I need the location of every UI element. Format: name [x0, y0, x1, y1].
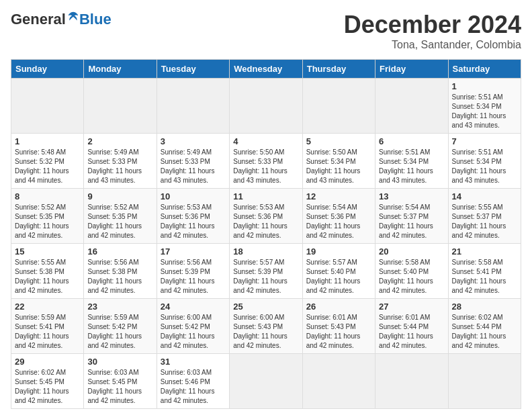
calendar-cell: 27Sunrise: 6:01 AM Sunset: 5:44 PM Dayli…: [375, 299, 448, 354]
day-number: 24: [161, 302, 226, 312]
header-cell-wednesday: Wednesday: [230, 60, 302, 79]
calendar-cell: 9Sunrise: 5:52 AM Sunset: 5:35 PM Daylig…: [84, 189, 157, 244]
calendar-cell: [84, 79, 157, 134]
day-number: 27: [379, 302, 444, 312]
calendar-cell: 20Sunrise: 5:58 AM Sunset: 5:40 PM Dayli…: [375, 244, 448, 299]
calendar-cell: 31Sunrise: 6:03 AM Sunset: 5:46 PM Dayli…: [157, 354, 229, 409]
header-cell-saturday: Saturday: [448, 60, 521, 79]
day-detail: Sunrise: 5:56 AM Sunset: 5:38 PM Dayligh…: [87, 258, 152, 295]
calendar-cell: 13Sunrise: 5:54 AM Sunset: 5:37 PM Dayli…: [375, 189, 448, 244]
week-row-2: 1Sunrise: 5:48 AM Sunset: 5:32 PM Daylig…: [11, 134, 521, 189]
header-cell-thursday: Thursday: [302, 60, 375, 79]
day-number: 31: [161, 357, 226, 367]
calendar-cell: 12Sunrise: 5:54 AM Sunset: 5:36 PM Dayli…: [302, 189, 375, 244]
day-number: 5: [306, 136, 371, 146]
header: General Blue December 2024 Tona, Santand…: [11, 11, 521, 51]
logo-blue: Blue: [79, 11, 112, 28]
week-row-4: 15Sunrise: 5:55 AM Sunset: 5:38 PM Dayli…: [11, 244, 521, 299]
calendar-cell: 7Sunrise: 5:51 AM Sunset: 5:34 PM Daylig…: [448, 134, 521, 189]
week-row-3: 8Sunrise: 5:52 AM Sunset: 5:35 PM Daylig…: [11, 189, 521, 244]
calendar-cell: 24Sunrise: 6:00 AM Sunset: 5:42 PM Dayli…: [157, 299, 229, 354]
day-detail: Sunrise: 6:02 AM Sunset: 5:45 PM Dayligh…: [15, 368, 80, 406]
day-detail: Sunrise: 5:48 AM Sunset: 5:32 PM Dayligh…: [15, 148, 80, 185]
calendar-cell: [375, 79, 448, 134]
calendar-cell: 10Sunrise: 5:53 AM Sunset: 5:36 PM Dayli…: [157, 189, 229, 244]
week-row-1: 1Sunrise: 5:51 AM Sunset: 5:34 PM Daylig…: [11, 79, 521, 134]
day-detail: Sunrise: 6:01 AM Sunset: 5:43 PM Dayligh…: [306, 313, 371, 351]
day-number: 16: [87, 246, 152, 257]
day-number: 25: [233, 302, 298, 312]
calendar-cell: 14Sunrise: 5:55 AM Sunset: 5:37 PM Dayli…: [448, 189, 521, 244]
calendar-cell: 1Sunrise: 5:48 AM Sunset: 5:32 PM Daylig…: [11, 134, 84, 189]
day-number: 18: [233, 246, 298, 257]
calendar-cell: 15Sunrise: 5:55 AM Sunset: 5:38 PM Dayli…: [11, 244, 84, 299]
calendar-cell: 8Sunrise: 5:52 AM Sunset: 5:35 PM Daylig…: [11, 189, 84, 244]
day-detail: Sunrise: 5:54 AM Sunset: 5:36 PM Dayligh…: [306, 203, 371, 240]
week-row-5: 22Sunrise: 5:59 AM Sunset: 5:41 PM Dayli…: [11, 299, 521, 354]
day-number: 13: [379, 191, 444, 201]
day-number: 21: [452, 246, 517, 257]
day-detail: Sunrise: 6:03 AM Sunset: 5:45 PM Dayligh…: [87, 368, 152, 406]
day-detail: Sunrise: 5:59 AM Sunset: 5:42 PM Dayligh…: [87, 313, 152, 351]
calendar-cell: 5Sunrise: 5:50 AM Sunset: 5:34 PM Daylig…: [302, 134, 375, 189]
calendar-cell: 11Sunrise: 5:53 AM Sunset: 5:36 PM Dayli…: [230, 189, 302, 244]
day-number: 1: [15, 136, 80, 146]
calendar-cell: 25Sunrise: 6:00 AM Sunset: 5:43 PM Dayli…: [230, 299, 302, 354]
day-detail: Sunrise: 6:02 AM Sunset: 5:44 PM Dayligh…: [452, 313, 517, 351]
calendar-cell: [230, 354, 302, 409]
day-number: 4: [233, 136, 298, 146]
day-number: 12: [306, 191, 371, 201]
day-number: 9: [87, 191, 152, 201]
logo-bird-icon: [67, 11, 79, 23]
calendar-cell: 3Sunrise: 5:49 AM Sunset: 5:33 PM Daylig…: [157, 134, 229, 189]
day-detail: Sunrise: 5:53 AM Sunset: 5:36 PM Dayligh…: [233, 203, 298, 240]
header-cell-friday: Friday: [375, 60, 448, 79]
day-number: 19: [306, 246, 371, 257]
day-number: 8: [15, 191, 80, 201]
day-detail: Sunrise: 5:57 AM Sunset: 5:39 PM Dayligh…: [233, 258, 298, 295]
day-detail: Sunrise: 5:49 AM Sunset: 5:33 PM Dayligh…: [87, 148, 152, 185]
day-number: 7: [452, 136, 517, 146]
day-detail: Sunrise: 6:00 AM Sunset: 5:42 PM Dayligh…: [161, 313, 226, 351]
calendar-cell: 23Sunrise: 5:59 AM Sunset: 5:42 PM Dayli…: [84, 299, 157, 354]
calendar-cell: 18Sunrise: 5:57 AM Sunset: 5:39 PM Dayli…: [230, 244, 302, 299]
day-detail: Sunrise: 5:53 AM Sunset: 5:36 PM Dayligh…: [161, 203, 226, 240]
day-number: 30: [87, 357, 152, 367]
day-number: 6: [379, 136, 444, 146]
day-detail: Sunrise: 5:52 AM Sunset: 5:35 PM Dayligh…: [87, 203, 152, 240]
day-detail: Sunrise: 5:58 AM Sunset: 5:40 PM Dayligh…: [379, 258, 444, 295]
day-detail: Sunrise: 5:50 AM Sunset: 5:33 PM Dayligh…: [233, 148, 298, 185]
calendar-cell: 4Sunrise: 5:50 AM Sunset: 5:33 PM Daylig…: [230, 134, 302, 189]
calendar-cell: [302, 79, 375, 134]
day-detail: Sunrise: 5:54 AM Sunset: 5:37 PM Dayligh…: [379, 203, 444, 240]
day-detail: Sunrise: 6:00 AM Sunset: 5:43 PM Dayligh…: [233, 313, 298, 351]
day-number: 29: [15, 357, 80, 367]
day-number: 1: [452, 81, 517, 91]
day-number: 11: [233, 191, 298, 201]
calendar-cell: 28Sunrise: 6:02 AM Sunset: 5:44 PM Dayli…: [448, 299, 521, 354]
day-detail: Sunrise: 5:55 AM Sunset: 5:38 PM Dayligh…: [15, 258, 80, 295]
calendar-cell: 16Sunrise: 5:56 AM Sunset: 5:38 PM Dayli…: [84, 244, 157, 299]
week-row-6: 29Sunrise: 6:02 AM Sunset: 5:45 PM Dayli…: [11, 354, 521, 409]
calendar-cell: 29Sunrise: 6:02 AM Sunset: 5:45 PM Dayli…: [11, 354, 84, 409]
day-number: 2: [87, 136, 152, 146]
day-number: 23: [87, 302, 152, 312]
calendar-subtitle: Tona, Santander, Colombia: [344, 39, 521, 51]
day-detail: Sunrise: 5:51 AM Sunset: 5:34 PM Dayligh…: [379, 148, 444, 185]
day-number: 10: [161, 191, 226, 201]
calendar-table: SundayMondayTuesdayWednesdayThursdayFrid…: [11, 59, 521, 409]
calendar-title: December 2024: [344, 11, 521, 39]
calendar-cell: 26Sunrise: 6:01 AM Sunset: 5:43 PM Dayli…: [302, 299, 375, 354]
calendar-cell: 21Sunrise: 5:58 AM Sunset: 5:41 PM Dayli…: [448, 244, 521, 299]
header-cell-sunday: Sunday: [11, 60, 84, 79]
calendar-cell: 1Sunrise: 5:51 AM Sunset: 5:34 PM Daylig…: [448, 79, 521, 134]
calendar-cell: [230, 79, 302, 134]
calendar-cell: [157, 79, 229, 134]
day-detail: Sunrise: 5:50 AM Sunset: 5:34 PM Dayligh…: [306, 148, 371, 185]
calendar-cell: 22Sunrise: 5:59 AM Sunset: 5:41 PM Dayli…: [11, 299, 84, 354]
day-number: 3: [161, 136, 226, 146]
calendar-cell: [302, 354, 375, 409]
day-number: 26: [306, 302, 371, 312]
calendar-cell: [448, 354, 521, 409]
day-detail: Sunrise: 5:58 AM Sunset: 5:41 PM Dayligh…: [452, 258, 517, 295]
